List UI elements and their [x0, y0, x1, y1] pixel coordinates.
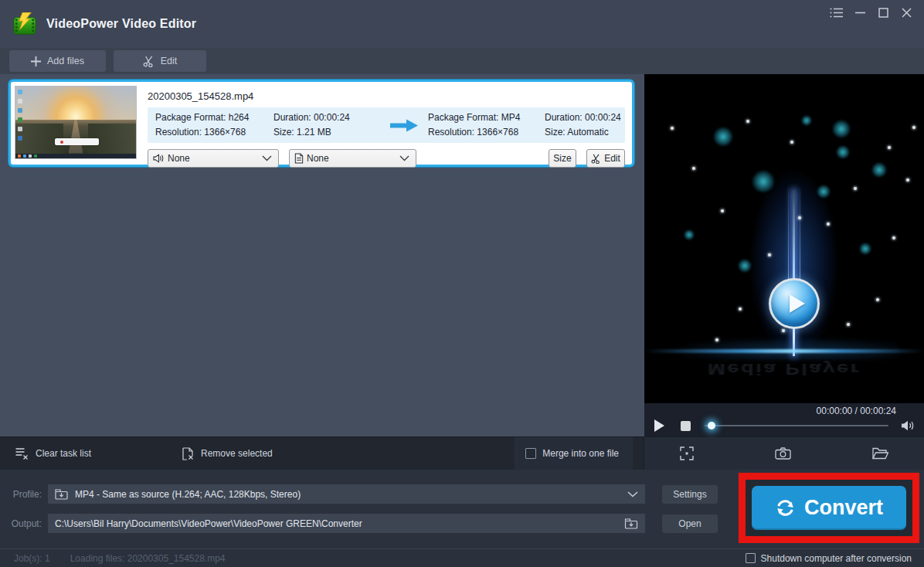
window-controls	[825, 4, 918, 21]
bokeh-dot	[752, 170, 775, 193]
sparkle-dot	[782, 329, 785, 332]
toolbar: Add files Edit	[0, 48, 924, 74]
annotation-highlight-box: Convert	[739, 473, 919, 543]
video-preview[interactable]: Media Player	[644, 74, 924, 403]
merge-label: Merge into one file	[542, 448, 619, 459]
convert-button[interactable]: Convert	[752, 486, 906, 530]
size-label: Size	[553, 153, 571, 164]
task-list: 20200305_154528.mp4 Package Format: h264…	[0, 74, 644, 436]
sparkle-dot	[798, 216, 801, 219]
preview-play-icon[interactable]	[769, 278, 820, 329]
target-duration: Duration: 00:00:24	[545, 110, 621, 125]
thumbnail-recorder-bar	[55, 138, 98, 145]
close-icon[interactable]	[895, 4, 918, 21]
file-item[interactable]: 20200305_154528.mp4 Package Format: h264…	[8, 80, 634, 167]
sparkle-dot	[790, 141, 793, 144]
target-format: Package Format: MP4	[428, 110, 545, 125]
player-bar: 00:00:00 / 00:00:24	[644, 403, 924, 436]
menu-icon[interactable]	[825, 4, 848, 21]
add-files-button[interactable]: Add files	[9, 50, 106, 72]
sparkle-dot	[746, 120, 749, 123]
chevron-down-icon	[627, 491, 638, 497]
convert-arrow-icon	[379, 119, 428, 132]
settings-button[interactable]: Settings	[662, 485, 718, 504]
speaker-icon	[153, 154, 165, 163]
source-resolution: Resolution: 1366×768	[155, 125, 273, 140]
item-edit-label: Edit	[604, 153, 620, 164]
bokeh-dot	[871, 162, 887, 178]
remove-selected-label: Remove selected	[201, 448, 273, 459]
clear-list-icon	[15, 447, 29, 460]
clear-task-list-button[interactable]: Clear task list	[15, 447, 91, 460]
shutdown-checkbox[interactable]	[746, 553, 756, 563]
video-watermark: Media Player	[644, 360, 924, 379]
sparkle-dot	[888, 146, 891, 149]
main-area: 20200305_154528.mp4 Package Format: h264…	[0, 74, 924, 436]
conversion-info-panel: Package Format: h264 Resolution: 1366×76…	[148, 107, 625, 143]
shutdown-option: Shutdown computer after conversion	[746, 553, 912, 564]
sparkle-dot	[739, 307, 742, 311]
audio-track-dropdown[interactable]: None	[148, 149, 279, 168]
clear-task-list-label: Clear task list	[36, 448, 91, 459]
source-format: Package Format: h264	[155, 110, 273, 125]
sparkle-dot	[671, 127, 674, 130]
source-duration: Duration: 00:00:24	[273, 110, 379, 125]
merge-option: Merge into one file	[515, 437, 633, 470]
task-action-bar: Clear task list Remove selected Merge in…	[0, 436, 924, 470]
subtitle-file-icon	[294, 153, 304, 164]
minimize-icon[interactable]	[848, 4, 871, 21]
bokeh-dot	[684, 229, 695, 240]
app-window: VideoPower Video Editor Add files	[0, 0, 924, 567]
playback-time: 00:00:00 / 00:00:24	[654, 405, 915, 417]
source-info: Package Format: h264 Resolution: 1366×76…	[155, 110, 273, 140]
output-path-input[interactable]	[55, 518, 617, 529]
convert-label: Convert	[804, 496, 883, 520]
bokeh-dot	[832, 120, 851, 138]
snapshot-camera-icon[interactable]	[775, 447, 791, 460]
remove-file-icon	[182, 447, 194, 460]
sparkle-dot	[692, 167, 695, 170]
output-path-field	[48, 514, 645, 533]
target-info-2: Duration: 00:00:24 Size: Automatic	[545, 110, 621, 140]
size-button[interactable]: Size	[549, 149, 576, 168]
open-label: Open	[678, 518, 701, 529]
volume-icon[interactable]	[901, 420, 915, 431]
open-output-folder-icon[interactable]	[872, 447, 888, 460]
play-button[interactable]	[654, 419, 671, 432]
merge-checkbox[interactable]	[525, 448, 536, 459]
scissors-icon	[591, 154, 601, 164]
subtitle-dropdown[interactable]: None	[289, 149, 416, 168]
browse-folder-icon[interactable]	[624, 518, 638, 529]
sync-convert-icon	[775, 497, 796, 518]
profile-dropdown[interactable]: MP4 - Same as source (H.264; AAC, 128Kbp…	[48, 484, 645, 504]
seek-slider[interactable]	[705, 425, 888, 426]
sparkle-dot	[768, 253, 771, 256]
status-bar: Job(s): 1 Loading files: 20200305_154528…	[0, 548, 924, 567]
settings-label: Settings	[673, 489, 706, 500]
bokeh-dot	[738, 259, 752, 273]
fullscreen-icon[interactable]	[680, 446, 694, 460]
sparkle-dot	[876, 298, 879, 301]
file-name: 20200305_154528.mp4	[148, 90, 625, 102]
profile-preset-icon	[55, 489, 68, 500]
plus-icon	[31, 56, 41, 66]
target-resolution: Resolution: 1366×768	[428, 125, 545, 140]
remove-selected-button[interactable]: Remove selected	[182, 447, 273, 460]
jobs-count: Job(s): 1	[14, 553, 50, 564]
sparkle-dot	[721, 209, 724, 212]
titlebar: VideoPower Video Editor	[0, 0, 924, 48]
seek-thumb[interactable]	[708, 422, 715, 429]
sparkle-dot	[912, 126, 916, 129]
source-info-2: Duration: 00:00:24 Size: 1.21 MB	[273, 110, 379, 140]
bokeh-dot	[859, 243, 871, 255]
edit-button[interactable]: Edit	[114, 50, 206, 72]
open-button[interactable]: Open	[662, 514, 718, 533]
source-size: Size: 1.21 MB	[273, 125, 379, 140]
preview-panel: Media Player 00:00:00 / 00:00:24	[644, 74, 924, 436]
sparkle-dot	[906, 178, 909, 182]
item-edit-button[interactable]: Edit	[586, 149, 625, 168]
sparkle-dot	[854, 187, 857, 190]
bokeh-dot	[801, 115, 812, 126]
maximize-icon[interactable]	[871, 4, 895, 21]
stop-button[interactable]	[681, 421, 691, 431]
